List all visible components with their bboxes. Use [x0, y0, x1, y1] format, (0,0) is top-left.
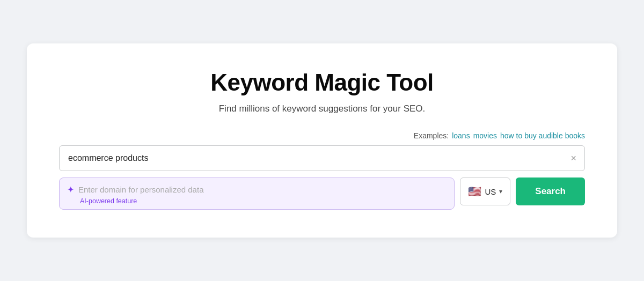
search-input-wrapper: × — [59, 145, 585, 171]
page-title: Keyword Magic Tool — [59, 69, 585, 96]
example-link-audible[interactable]: how to buy audible books — [500, 131, 585, 140]
search-input[interactable] — [59, 145, 585, 171]
clear-button[interactable]: × — [569, 152, 577, 164]
ai-powered-label: AI-powered feature — [80, 197, 447, 205]
domain-input[interactable] — [78, 185, 447, 194]
examples-row: Examples: loans movies how to buy audibl… — [59, 131, 585, 140]
domain-input-inner: ✦ — [67, 184, 447, 195]
example-link-loans[interactable]: loans — [452, 131, 470, 140]
chevron-down-icon: ▾ — [499, 188, 502, 195]
main-card: Keyword Magic Tool Find millions of keyw… — [27, 43, 617, 238]
domain-input-wrapper: ✦ AI-powered feature — [59, 178, 455, 210]
sparkle-icon: ✦ — [67, 184, 74, 195]
country-code: US — [485, 187, 496, 196]
domain-row: ✦ AI-powered feature 🇺🇸 US ▾ Search — [59, 178, 585, 210]
examples-label: Examples: — [414, 131, 449, 140]
page-subtitle: Find millions of keyword suggestions for… — [59, 103, 585, 114]
country-selector[interactable]: 🇺🇸 US ▾ — [460, 178, 510, 205]
search-button[interactable]: Search — [516, 178, 585, 205]
country-flag: 🇺🇸 — [468, 185, 481, 198]
example-link-movies[interactable]: movies — [473, 131, 497, 140]
